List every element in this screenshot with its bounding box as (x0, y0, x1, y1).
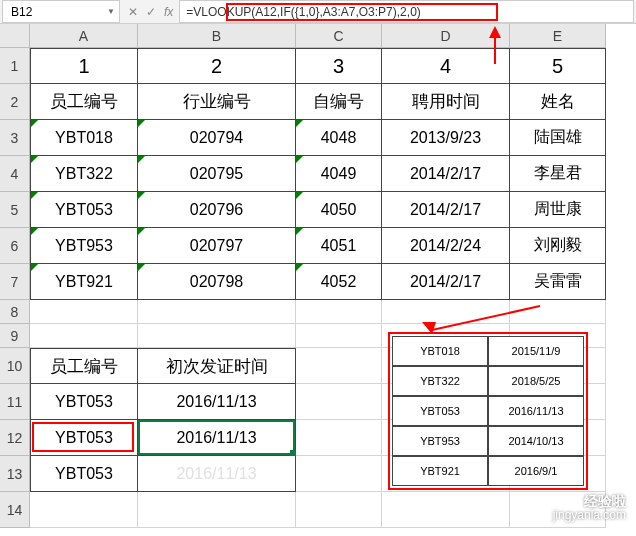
cell-A12[interactable]: YBT053 (30, 420, 138, 456)
cell-A7[interactable]: YBT921 (30, 264, 138, 300)
name-box[interactable]: B12 ▼ (2, 0, 120, 23)
cell-D14[interactable] (382, 492, 510, 528)
cell-C13[interactable] (296, 456, 382, 492)
side-lookup-table: YBT0182015/11/9YBT3222018/5/25YBT0532016… (392, 336, 584, 486)
select-all-corner[interactable] (0, 24, 30, 48)
cell-C9[interactable] (296, 324, 382, 348)
row-header-5[interactable]: 5 (0, 192, 30, 228)
cell-C11[interactable] (296, 384, 382, 420)
row-header-11[interactable]: 11 (0, 384, 30, 420)
row-header-10[interactable]: 10 (0, 348, 30, 384)
cell-C6[interactable]: 4051 (296, 228, 382, 264)
formula-text: =VLOOKUP(A12,IF({1,0},A3:A7,O3:P7),2,0) (186, 5, 420, 19)
cell-C4[interactable]: 4049 (296, 156, 382, 192)
cell-D4[interactable]: 2014/2/17 (382, 156, 510, 192)
side-cell[interactable]: 2016/11/13 (488, 396, 584, 426)
side-cell[interactable]: YBT053 (392, 396, 488, 426)
cell-A2[interactable]: 员工编号 (30, 84, 138, 120)
cell-A1[interactable]: 1 (30, 48, 138, 84)
row-header-2[interactable]: 2 (0, 84, 30, 120)
cell-E5[interactable]: 周世康 (510, 192, 606, 228)
cell-B3[interactable]: 020794 (138, 120, 296, 156)
cell-C10[interactable] (296, 348, 382, 384)
cell-E1[interactable]: 5 (510, 48, 606, 84)
svg-marker-1 (489, 26, 501, 38)
row-header-6[interactable]: 6 (0, 228, 30, 264)
dropdown-icon[interactable]: ▼ (107, 7, 115, 16)
side-cell[interactable]: YBT953 (392, 426, 488, 456)
row-header-9[interactable]: 9 (0, 324, 30, 348)
side-cell[interactable]: YBT322 (392, 366, 488, 396)
formula-input[interactable]: =VLOOKUP(A12,IF({1,0},A3:A7,O3:P7),2,0) (179, 0, 634, 23)
cell-B8[interactable] (138, 300, 296, 324)
cell-B12[interactable]: 2016/11/13 (138, 420, 296, 456)
cell-E8[interactable] (510, 300, 606, 324)
cell-B2[interactable]: 行业编号 (138, 84, 296, 120)
cell-A13[interactable]: YBT053 (30, 456, 138, 492)
cell-E14[interactable] (510, 492, 606, 528)
cell-A8[interactable] (30, 300, 138, 324)
cell-B7[interactable]: 020798 (138, 264, 296, 300)
cell-D2[interactable]: 聘用时间 (382, 84, 510, 120)
cell-B6[interactable]: 020797 (138, 228, 296, 264)
cell-E3[interactable]: 陆国雄 (510, 120, 606, 156)
cell-B9[interactable] (138, 324, 296, 348)
cell-A6[interactable]: YBT953 (30, 228, 138, 264)
row-header-1[interactable]: 1 (0, 48, 30, 84)
cell-B13[interactable]: 2016/11/13 (138, 456, 296, 492)
row-header-14[interactable]: 14 (0, 492, 30, 528)
cell-B11[interactable]: 2016/11/13 (138, 384, 296, 420)
cell-A10[interactable]: 员工编号 (30, 348, 138, 384)
cell-C5[interactable]: 4050 (296, 192, 382, 228)
col-header-E[interactable]: E (510, 24, 606, 48)
col-header-B[interactable]: B (138, 24, 296, 48)
cell-C1[interactable]: 3 (296, 48, 382, 84)
cell-D5[interactable]: 2014/2/17 (382, 192, 510, 228)
cell-E7[interactable]: 吴雷雷 (510, 264, 606, 300)
cell-D7[interactable]: 2014/2/17 (382, 264, 510, 300)
side-cell[interactable]: 2014/10/13 (488, 426, 584, 456)
cell-C12[interactable] (296, 420, 382, 456)
row-header-8[interactable]: 8 (0, 300, 30, 324)
cell-D8[interactable] (382, 300, 510, 324)
row-header-7[interactable]: 7 (0, 264, 30, 300)
cell-D3[interactable]: 2013/9/23 (382, 120, 510, 156)
row-header-13[interactable]: 13 (0, 456, 30, 492)
cell-C8[interactable] (296, 300, 382, 324)
formula-bar: B12 ▼ ✕ ✓ fx =VLOOKUP(A12,IF({1,0},A3:A7… (0, 0, 636, 24)
cell-B14[interactable] (138, 492, 296, 528)
cell-A11[interactable]: YBT053 (30, 384, 138, 420)
side-cell[interactable]: YBT921 (392, 456, 488, 486)
side-cell[interactable]: 2016/9/1 (488, 456, 584, 486)
cell-D6[interactable]: 2014/2/24 (382, 228, 510, 264)
col-header-C[interactable]: C (296, 24, 382, 48)
cell-A9[interactable] (30, 324, 138, 348)
cell-C7[interactable]: 4052 (296, 264, 382, 300)
cell-A5[interactable]: YBT053 (30, 192, 138, 228)
cell-E6[interactable]: 刘刚毅 (510, 228, 606, 264)
fx-icon[interactable]: fx (164, 5, 173, 19)
name-box-value: B12 (11, 5, 32, 19)
row-header-3[interactable]: 3 (0, 120, 30, 156)
check-icon[interactable]: ✓ (146, 5, 156, 19)
col-header-A[interactable]: A (30, 24, 138, 48)
cell-B1[interactable]: 2 (138, 48, 296, 84)
cell-A4[interactable]: YBT322 (30, 156, 138, 192)
side-cell[interactable]: 2018/5/25 (488, 366, 584, 396)
side-cell[interactable]: 2015/11/9 (488, 336, 584, 366)
cell-E2[interactable]: 姓名 (510, 84, 606, 120)
cell-C14[interactable] (296, 492, 382, 528)
cell-B5[interactable]: 020796 (138, 192, 296, 228)
row-header-4[interactable]: 4 (0, 156, 30, 192)
cell-C2[interactable]: 自编号 (296, 84, 382, 120)
arrow-formula (470, 24, 520, 74)
cancel-icon[interactable]: ✕ (128, 5, 138, 19)
row-header-12[interactable]: 12 (0, 420, 30, 456)
cell-E4[interactable]: 李星君 (510, 156, 606, 192)
cell-A3[interactable]: YBT018 (30, 120, 138, 156)
cell-B4[interactable]: 020795 (138, 156, 296, 192)
cell-B10[interactable]: 初次发证时间 (138, 348, 296, 384)
side-cell[interactable]: YBT018 (392, 336, 488, 366)
cell-A14[interactable] (30, 492, 138, 528)
cell-C3[interactable]: 4048 (296, 120, 382, 156)
